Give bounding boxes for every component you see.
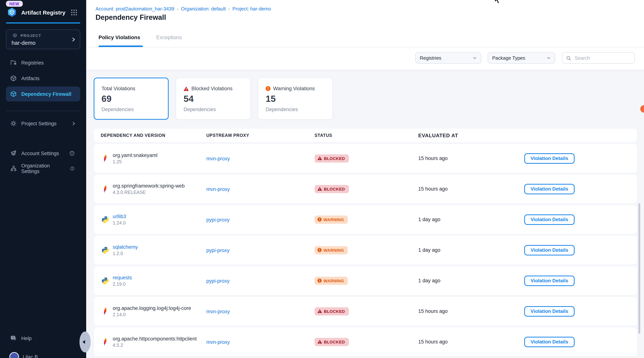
blocked-triangle-icon: [184, 86, 189, 91]
registries-dropdown-label: Registries: [420, 55, 442, 61]
upstream-proxy-link[interactable]: mvn-proxy: [206, 309, 230, 314]
upstream-proxy-link[interactable]: mvn-proxy: [206, 339, 230, 345]
violation-details-button[interactable]: Violation Details: [524, 214, 574, 225]
tab-policy-violations[interactable]: Policy Violations: [98, 34, 140, 40]
sidebar-item-label: Dependency Firewall: [21, 91, 72, 97]
app-switcher-grid-icon[interactable]: [71, 9, 77, 16]
card-label: Warning Violations: [273, 86, 315, 91]
maven-icon: [101, 307, 109, 315]
user-menu[interactable]: Lilac B: [9, 352, 38, 358]
column-header-status: STATUS: [314, 133, 418, 138]
violation-details-button[interactable]: Violation Details: [524, 306, 574, 317]
violation-details-button[interactable]: Violation Details: [524, 184, 574, 194]
evaluated-at: 15 hours ago: [418, 186, 524, 192]
dependency-version: 2.19.0: [113, 281, 132, 287]
status-badge: WARNING: [314, 215, 348, 224]
project-selector[interactable]: PROJECT har-demo: [6, 29, 80, 49]
vertical-scrollbar-thumb[interactable]: [638, 203, 640, 334]
warning-violations-card[interactable]: Warning Violations 15 Dependencies: [258, 77, 333, 120]
dependency-name[interactable]: requests: [113, 275, 132, 280]
svg-text:?: ?: [12, 336, 14, 339]
status-badge: BLOCKED: [314, 338, 349, 346]
upstream-proxy-link[interactable]: mvn-proxy: [206, 186, 230, 192]
sidebar-item-artifacts[interactable]: Artifacts: [6, 71, 80, 86]
breadcrumb-separator: ›: [177, 6, 178, 11]
maven-icon: [101, 185, 109, 193]
sidebar-item-project-settings[interactable]: Project Settings: [6, 116, 80, 131]
dependency-name[interactable]: sqlalchemy: [113, 244, 138, 250]
dependency-version: 1.24.0: [113, 220, 126, 225]
info-icon[interactable]: [70, 151, 74, 156]
org-chart-icon: [10, 165, 17, 172]
card-sublabel: Dependencies: [266, 107, 332, 112]
upstream-proxy-link[interactable]: mvn-proxy: [206, 156, 230, 161]
package-types-dropdown[interactable]: Package Types: [488, 52, 555, 64]
table-row: requests 2.19.0 pypi-proxy WARNING 1 day…: [94, 266, 637, 295]
table-row: urllib3 1.24.0 pypi-proxy WARNING 1 day …: [94, 205, 637, 234]
app-title: Artifact Registry: [21, 9, 66, 16]
help-chat-icon: ?: [10, 335, 17, 342]
evaluated-at: 1 day ago: [418, 217, 524, 222]
dependency-version: 4.5.2: [113, 343, 197, 348]
violation-details-button[interactable]: Violation Details: [524, 153, 574, 164]
column-header-dependency: DEPENDENCY AND VERSION: [101, 133, 206, 138]
sidebar-item-label: Organization Settings: [21, 163, 62, 174]
status-badge: BLOCKED: [314, 154, 349, 162]
tab-bar: Policy Violations Exceptions: [98, 34, 182, 40]
search-box: [562, 52, 635, 64]
evaluated-at: 15 hours ago: [418, 339, 524, 345]
status-badge: BLOCKED: [314, 185, 349, 193]
breadcrumb-organization-link[interactable]: Organization: default: [181, 6, 226, 11]
sidebar-item-registries[interactable]: Registries: [6, 55, 80, 70]
dependency-name[interactable]: urllib3: [113, 214, 126, 219]
registries-dropdown[interactable]: Registries: [415, 52, 481, 64]
python-icon: [101, 215, 109, 224]
search-input[interactable]: [574, 55, 630, 61]
chevron-down-icon: [546, 56, 551, 60]
breadcrumb: Account: prod2automation_har-3439 › Orga…: [96, 6, 271, 11]
artifact-registry-logo-icon: [7, 7, 17, 17]
sidebar-item-label: Account Settings: [21, 150, 59, 156]
blocked-violations-card[interactable]: Blocked Violations 54 Dependencies: [176, 77, 251, 120]
chevron-left-icon: [82, 340, 85, 344]
card-sublabel: Dependencies: [102, 107, 168, 112]
project-cube-icon: [12, 33, 18, 38]
dependency-firewall-box-icon: [10, 91, 17, 97]
sidebar-item-label: Artifacts: [21, 75, 40, 81]
breadcrumb-project-link[interactable]: Project: har-demo: [232, 6, 271, 11]
status-badge: WARNING: [314, 246, 348, 254]
upstream-proxy-link[interactable]: pypi-proxy: [206, 278, 230, 284]
violation-details-button[interactable]: Violation Details: [524, 337, 574, 347]
sidebar-collapse-handle[interactable]: [80, 332, 91, 353]
table-row: org.apache.logging.log4j:log4j-core 2.14…: [94, 297, 637, 326]
user-name: Lilac B: [23, 354, 38, 358]
package-types-dropdown-label: Package Types: [492, 55, 525, 61]
evaluated-at: 15 hours ago: [418, 155, 524, 161]
dependency-name: org.yaml:snakeyaml: [113, 152, 158, 158]
chevron-right-icon: [71, 37, 76, 42]
sidebar-item-account-settings[interactable]: Account Settings: [6, 146, 80, 161]
violation-details-button[interactable]: Violation Details: [524, 275, 574, 286]
upstream-proxy-link[interactable]: pypi-proxy: [206, 217, 230, 222]
dependency-name: org.apache.httpcomponents:httpclient: [113, 336, 197, 342]
sidebar-item-organization-settings[interactable]: Organization Settings: [6, 161, 80, 176]
sidebar-item-dependency-firewall[interactable]: Dependency Firewall: [6, 86, 80, 101]
sidebar-item-help[interactable]: ? Help: [6, 331, 80, 346]
breadcrumb-separator: ›: [228, 6, 230, 11]
status-badge: BLOCKED: [314, 307, 349, 315]
dependency-version: 2.14.0: [113, 312, 191, 317]
evaluated-at: 1 day ago: [418, 247, 524, 253]
active-tab-underline: [98, 45, 143, 47]
maven-icon: [101, 338, 109, 346]
total-violations-card[interactable]: Total Violations 69 Dependencies: [94, 77, 169, 120]
status-badge: WARNING: [314, 277, 348, 285]
avatar: [9, 352, 19, 358]
tab-exceptions[interactable]: Exceptions: [156, 34, 182, 40]
card-sublabel: Dependencies: [184, 107, 250, 112]
evaluated-at: 1 day ago: [418, 278, 524, 283]
info-icon[interactable]: [70, 166, 74, 171]
breadcrumb-account-link[interactable]: Account: prod2automation_har-3439: [96, 6, 174, 11]
violation-details-button[interactable]: Violation Details: [524, 245, 574, 255]
upstream-proxy-link[interactable]: pypi-proxy: [206, 247, 230, 253]
warning-circle-icon: [266, 86, 270, 91]
